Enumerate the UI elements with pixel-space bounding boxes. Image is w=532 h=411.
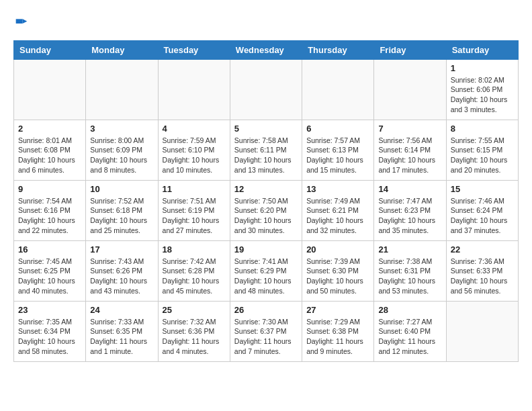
calendar-cell: 6Sunrise: 7:57 AMSunset: 6:13 PMDaylight… [302, 120, 374, 180]
day-info: Sunrise: 7:54 AMSunset: 6:16 PMDaylight:… [18, 196, 81, 236]
calendar-cell: 4Sunrise: 7:59 AMSunset: 6:10 PMDaylight… [158, 120, 230, 180]
day-header-friday: Friday [374, 40, 446, 59]
calendar-cell: 12Sunrise: 7:50 AMSunset: 6:20 PMDayligh… [230, 180, 302, 240]
calendar-cell: 23Sunrise: 7:35 AMSunset: 6:34 PMDayligh… [14, 301, 86, 361]
calendar-cell: 19Sunrise: 7:41 AMSunset: 6:29 PMDayligh… [230, 240, 302, 301]
day-info: Sunrise: 7:30 AMSunset: 6:37 PMDaylight:… [234, 317, 298, 357]
calendar-cell: 20Sunrise: 7:39 AMSunset: 6:30 PMDayligh… [302, 240, 374, 301]
logo [13, 17, 28, 34]
day-info: Sunrise: 7:33 AMSunset: 6:35 PMDaylight:… [90, 317, 153, 357]
day-number: 17 [90, 244, 153, 255]
calendar-cell: 11Sunrise: 7:51 AMSunset: 6:19 PMDayligh… [158, 180, 230, 240]
calendar-week-row: 16Sunrise: 7:45 AMSunset: 6:25 PMDayligh… [14, 240, 519, 301]
day-info: Sunrise: 8:01 AMSunset: 6:08 PMDaylight:… [18, 136, 81, 175]
day-number: 2 [18, 124, 81, 134]
day-number: 27 [306, 305, 369, 315]
calendar-cell [446, 301, 518, 361]
calendar-week-row: 1Sunrise: 8:02 AMSunset: 6:06 PMDaylight… [14, 59, 519, 120]
calendar-cell: 16Sunrise: 7:45 AMSunset: 6:25 PMDayligh… [14, 240, 86, 301]
calendar-week-row: 9Sunrise: 7:54 AMSunset: 6:16 PMDaylight… [14, 180, 519, 240]
calendar-cell [230, 59, 302, 120]
calendar-header-row: SundayMondayTuesdayWednesdayThursdayFrid… [14, 40, 519, 59]
calendar-cell: 10Sunrise: 7:52 AMSunset: 6:18 PMDayligh… [86, 180, 158, 240]
day-info: Sunrise: 7:56 AMSunset: 6:14 PMDaylight:… [378, 136, 441, 175]
calendar-cell: 28Sunrise: 7:27 AMSunset: 6:40 PMDayligh… [374, 301, 446, 361]
day-number: 3 [90, 124, 153, 134]
day-number: 18 [163, 244, 226, 255]
day-info: Sunrise: 7:57 AMSunset: 6:13 PMDaylight:… [306, 136, 369, 175]
calendar-cell: 24Sunrise: 7:33 AMSunset: 6:35 PMDayligh… [86, 301, 158, 361]
calendar-cell: 27Sunrise: 7:29 AMSunset: 6:38 PMDayligh… [302, 301, 374, 361]
day-number: 5 [234, 124, 298, 134]
day-number: 4 [163, 124, 226, 134]
day-info: Sunrise: 7:39 AMSunset: 6:30 PMDaylight:… [306, 257, 369, 296]
day-number: 9 [18, 184, 81, 194]
day-info: Sunrise: 7:49 AMSunset: 6:21 PMDaylight:… [306, 196, 369, 236]
calendar-cell: 21Sunrise: 7:38 AMSunset: 6:31 PMDayligh… [374, 240, 446, 301]
day-info: Sunrise: 7:46 AMSunset: 6:24 PMDaylight:… [451, 196, 514, 236]
day-number: 15 [451, 184, 514, 194]
day-info: Sunrise: 7:38 AMSunset: 6:31 PMDaylight:… [378, 257, 441, 296]
day-number: 6 [306, 124, 369, 134]
day-header-monday: Monday [86, 40, 158, 59]
day-info: Sunrise: 7:42 AMSunset: 6:28 PMDaylight:… [163, 257, 226, 296]
calendar-cell: 15Sunrise: 7:46 AMSunset: 6:24 PMDayligh… [446, 180, 518, 240]
calendar-week-row: 2Sunrise: 8:01 AMSunset: 6:08 PMDaylight… [14, 120, 519, 180]
page-header [13, 13, 519, 34]
calendar-cell: 17Sunrise: 7:43 AMSunset: 6:26 PMDayligh… [86, 240, 158, 301]
calendar-table: SundayMondayTuesdayWednesdayThursdayFrid… [13, 40, 519, 362]
day-number: 11 [163, 184, 226, 194]
logo-flag-icon [15, 17, 28, 30]
day-number: 25 [163, 305, 226, 315]
day-info: Sunrise: 7:55 AMSunset: 6:15 PMDaylight:… [451, 136, 514, 175]
calendar-cell: 9Sunrise: 7:54 AMSunset: 6:16 PMDaylight… [14, 180, 86, 240]
day-number: 24 [90, 305, 153, 315]
day-info: Sunrise: 8:02 AMSunset: 6:06 PMDaylight:… [451, 75, 514, 115]
day-info: Sunrise: 7:43 AMSunset: 6:26 PMDaylight:… [90, 257, 153, 296]
day-header-thursday: Thursday [302, 40, 374, 59]
calendar-cell [14, 59, 86, 120]
day-number: 23 [18, 305, 81, 315]
calendar-cell: 1Sunrise: 8:02 AMSunset: 6:06 PMDaylight… [446, 59, 518, 120]
day-number: 12 [234, 184, 298, 194]
day-number: 8 [451, 124, 514, 134]
day-info: Sunrise: 7:35 AMSunset: 6:34 PMDaylight:… [18, 317, 81, 357]
calendar-cell [374, 59, 446, 120]
calendar-cell [158, 59, 230, 120]
day-number: 16 [18, 244, 81, 255]
day-info: Sunrise: 7:50 AMSunset: 6:20 PMDaylight:… [234, 196, 298, 236]
day-info: Sunrise: 7:36 AMSunset: 6:33 PMDaylight:… [451, 257, 514, 296]
day-number: 19 [234, 244, 298, 255]
day-number: 20 [306, 244, 369, 255]
calendar-cell: 26Sunrise: 7:30 AMSunset: 6:37 PMDayligh… [230, 301, 302, 361]
svg-marker-0 [16, 19, 23, 24]
calendar-cell: 8Sunrise: 7:55 AMSunset: 6:15 PMDaylight… [446, 120, 518, 180]
calendar-cell: 5Sunrise: 7:58 AMSunset: 6:11 PMDaylight… [230, 120, 302, 180]
day-info: Sunrise: 7:27 AMSunset: 6:40 PMDaylight:… [378, 317, 441, 357]
day-info: Sunrise: 7:58 AMSunset: 6:11 PMDaylight:… [234, 136, 298, 175]
svg-marker-1 [23, 19, 28, 24]
day-number: 13 [306, 184, 369, 194]
calendar-cell [302, 59, 374, 120]
calendar-cell: 22Sunrise: 7:36 AMSunset: 6:33 PMDayligh… [446, 240, 518, 301]
calendar-cell: 18Sunrise: 7:42 AMSunset: 6:28 PMDayligh… [158, 240, 230, 301]
calendar-cell [86, 59, 158, 120]
day-info: Sunrise: 7:32 AMSunset: 6:36 PMDaylight:… [163, 317, 226, 357]
day-info: Sunrise: 7:29 AMSunset: 6:38 PMDaylight:… [306, 317, 369, 357]
calendar-cell: 2Sunrise: 8:01 AMSunset: 6:08 PMDaylight… [14, 120, 86, 180]
calendar-cell: 3Sunrise: 8:00 AMSunset: 6:09 PMDaylight… [86, 120, 158, 180]
day-header-tuesday: Tuesday [158, 40, 230, 59]
calendar-cell: 7Sunrise: 7:56 AMSunset: 6:14 PMDaylight… [374, 120, 446, 180]
day-info: Sunrise: 7:41 AMSunset: 6:29 PMDaylight:… [234, 257, 298, 296]
day-number: 1 [451, 63, 514, 73]
day-number: 28 [378, 305, 441, 315]
day-number: 10 [90, 184, 153, 194]
day-info: Sunrise: 7:52 AMSunset: 6:18 PMDaylight:… [90, 196, 153, 236]
day-info: Sunrise: 7:45 AMSunset: 6:25 PMDaylight:… [18, 257, 81, 296]
day-number: 22 [451, 244, 514, 255]
day-number: 26 [234, 305, 298, 315]
day-number: 14 [378, 184, 441, 194]
day-info: Sunrise: 7:59 AMSunset: 6:10 PMDaylight:… [163, 136, 226, 175]
calendar-cell: 14Sunrise: 7:47 AMSunset: 6:23 PMDayligh… [374, 180, 446, 240]
day-info: Sunrise: 7:51 AMSunset: 6:19 PMDaylight:… [163, 196, 226, 236]
